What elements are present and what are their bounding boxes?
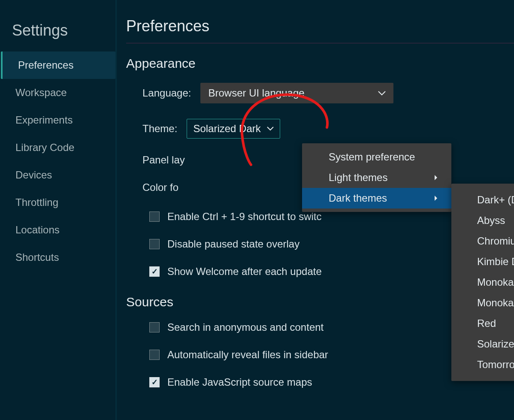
language-select[interactable]: Browser UI language xyxy=(200,83,393,103)
language-select-value: Browser UI language xyxy=(208,87,304,99)
theme-option-label: Red xyxy=(477,317,496,329)
chevron-down-icon xyxy=(267,127,274,131)
checkbox-paused-overlay-label: Disable paused state overlay xyxy=(167,238,299,250)
chevron-right-icon xyxy=(434,175,438,181)
checkbox-reveal-files-label: Automatically reveal files in sidebar xyxy=(167,349,328,361)
checkbox-ctrl-shortcut-label: Enable Ctrl + 1-9 shortcut to switc xyxy=(167,211,321,223)
theme-option-label: Solarized Dark xyxy=(477,338,514,350)
theme-row: Theme: Solarized Dark xyxy=(126,119,514,139)
sidebar-item-experiments[interactable]: Experiments xyxy=(0,106,115,134)
theme-option-label: Monokai Dimmed xyxy=(477,297,514,309)
menu-item-system-preference[interactable]: System preference xyxy=(302,147,451,167)
menu-item-light-themes[interactable]: Light themes xyxy=(302,167,451,188)
menu-item-label: System preference xyxy=(329,151,415,163)
checkbox-search-anon-label: Search in anonymous and content xyxy=(167,321,324,333)
checkbox-reveal-files[interactable] xyxy=(149,350,160,360)
sidebar-item-throttling[interactable]: Throttling xyxy=(0,189,115,216)
sidebar-item-shortcuts[interactable]: Shortcuts xyxy=(0,244,115,271)
theme-option-monokai[interactable]: Monokai xyxy=(451,272,514,293)
theme-option-monokai-dimmed[interactable]: Monokai Dimmed xyxy=(451,293,514,313)
checkbox-welcome[interactable] xyxy=(149,266,160,277)
menu-item-label: Light themes xyxy=(329,172,387,184)
panel-layout-label: Panel lay xyxy=(142,154,185,166)
theme-option-kimbie-dark[interactable]: Kimbie Dark xyxy=(451,251,514,272)
sidebar-item-library-code[interactable]: Library Code xyxy=(0,134,115,161)
section-appearance-title: Appearance xyxy=(126,56,514,71)
checkbox-js-sourcemaps[interactable] xyxy=(149,377,160,387)
menu-item-dark-themes[interactable]: Dark themes xyxy=(302,188,451,208)
theme-menu: System preference Light themes Dark them… xyxy=(302,143,451,212)
theme-option-tomorrow-night-blue[interactable]: Tomorrow Night Blue xyxy=(451,354,514,375)
sidebar-item-workspace[interactable]: Workspace xyxy=(0,79,115,106)
checkbox-ctrl-shortcut[interactable] xyxy=(149,212,160,222)
theme-option-chromium-dark[interactable]: Chromium Dark xyxy=(451,231,514,251)
menu-item-label: Dark themes xyxy=(329,192,387,204)
page-title: Preferences xyxy=(126,17,514,43)
theme-option-red[interactable]: Red xyxy=(451,313,514,334)
main-panel: Preferences Appearance Language: Browser… xyxy=(117,0,514,420)
sidebar-item-preferences[interactable]: Preferences xyxy=(1,51,115,79)
settings-sidebar: Settings Preferences Workspace Experimen… xyxy=(0,0,117,420)
sidebar-item-devices[interactable]: Devices xyxy=(0,161,115,189)
theme-option-solarized-dark[interactable]: Solarized Dark xyxy=(451,334,514,354)
theme-select-value: Solarized Dark xyxy=(193,123,260,135)
checkbox-search-anon[interactable] xyxy=(149,322,160,332)
theme-select[interactable]: Solarized Dark xyxy=(187,119,280,139)
theme-option-label: Tomorrow Night Blue xyxy=(477,359,514,371)
checkbox-paused-overlay[interactable] xyxy=(149,239,160,249)
checkbox-js-sourcemaps-label: Enable JavaScript source maps xyxy=(167,376,312,388)
chevron-down-icon xyxy=(378,91,386,96)
language-label: Language: xyxy=(142,87,191,99)
theme-option-dark-default[interactable]: Dark+ (Default) xyxy=(451,190,514,210)
theme-option-label: Dark+ (Default) xyxy=(477,194,514,206)
dark-themes-submenu: Dark+ (Default) Abyss Chromium Dark Kimb… xyxy=(451,184,514,381)
checkbox-welcome-label: Show Welcome after each update xyxy=(167,266,322,278)
color-format-label: Color fo xyxy=(142,181,178,193)
theme-option-abyss[interactable]: Abyss xyxy=(451,210,514,231)
sidebar-item-locations[interactable]: Locations xyxy=(0,216,115,244)
theme-option-label: Monokai xyxy=(477,276,514,288)
theme-option-label: Kimbie Dark xyxy=(477,256,514,268)
theme-option-label: Chromium Dark xyxy=(477,235,514,247)
sidebar-title: Settings xyxy=(0,21,115,51)
theme-label: Theme: xyxy=(142,123,177,135)
theme-option-label: Abyss xyxy=(477,215,505,227)
chevron-right-icon xyxy=(434,195,438,201)
language-row: Language: Browser UI language xyxy=(126,83,514,103)
